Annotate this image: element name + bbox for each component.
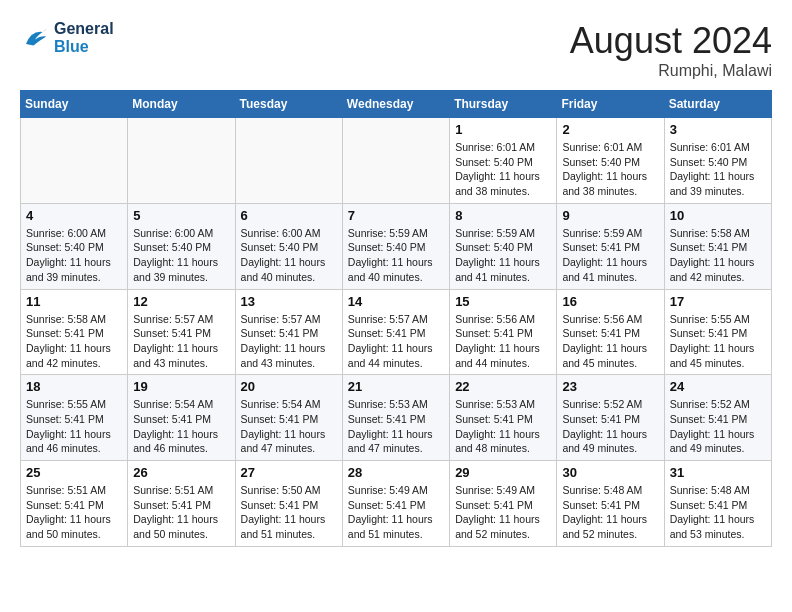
calendar-week-row: 4Sunrise: 6:00 AM Sunset: 5:40 PM Daylig…	[21, 203, 772, 289]
logo-text-line2: Blue	[54, 38, 114, 56]
day-info: Sunrise: 5:54 AM Sunset: 5:41 PM Dayligh…	[133, 397, 229, 456]
logo: General Blue	[20, 20, 114, 56]
day-info: Sunrise: 6:01 AM Sunset: 5:40 PM Dayligh…	[670, 140, 766, 199]
calendar-cell: 11Sunrise: 5:58 AM Sunset: 5:41 PM Dayli…	[21, 289, 128, 375]
day-number: 29	[455, 465, 551, 480]
calendar-cell: 10Sunrise: 5:58 AM Sunset: 5:41 PM Dayli…	[664, 203, 771, 289]
calendar-cell: 4Sunrise: 6:00 AM Sunset: 5:40 PM Daylig…	[21, 203, 128, 289]
day-info: Sunrise: 5:51 AM Sunset: 5:41 PM Dayligh…	[133, 483, 229, 542]
day-number: 9	[562, 208, 658, 223]
day-number: 11	[26, 294, 122, 309]
col-tuesday: Tuesday	[235, 91, 342, 118]
logo-text-line1: General	[54, 20, 114, 38]
logo-icon	[20, 23, 50, 53]
col-sunday: Sunday	[21, 91, 128, 118]
day-number: 28	[348, 465, 444, 480]
day-info: Sunrise: 5:57 AM Sunset: 5:41 PM Dayligh…	[241, 312, 337, 371]
calendar-cell: 20Sunrise: 5:54 AM Sunset: 5:41 PM Dayli…	[235, 375, 342, 461]
day-info: Sunrise: 5:48 AM Sunset: 5:41 PM Dayligh…	[562, 483, 658, 542]
calendar-week-row: 1Sunrise: 6:01 AM Sunset: 5:40 PM Daylig…	[21, 118, 772, 204]
day-info: Sunrise: 5:52 AM Sunset: 5:41 PM Dayligh…	[670, 397, 766, 456]
day-info: Sunrise: 5:49 AM Sunset: 5:41 PM Dayligh…	[348, 483, 444, 542]
day-number: 2	[562, 122, 658, 137]
day-number: 5	[133, 208, 229, 223]
day-info: Sunrise: 5:52 AM Sunset: 5:41 PM Dayligh…	[562, 397, 658, 456]
day-info: Sunrise: 5:55 AM Sunset: 5:41 PM Dayligh…	[670, 312, 766, 371]
day-info: Sunrise: 5:48 AM Sunset: 5:41 PM Dayligh…	[670, 483, 766, 542]
day-number: 14	[348, 294, 444, 309]
days-of-week-row: Sunday Monday Tuesday Wednesday Thursday…	[21, 91, 772, 118]
calendar-week-row: 18Sunrise: 5:55 AM Sunset: 5:41 PM Dayli…	[21, 375, 772, 461]
calendar-cell: 1Sunrise: 6:01 AM Sunset: 5:40 PM Daylig…	[450, 118, 557, 204]
day-info: Sunrise: 5:53 AM Sunset: 5:41 PM Dayligh…	[348, 397, 444, 456]
day-number: 20	[241, 379, 337, 394]
day-info: Sunrise: 5:53 AM Sunset: 5:41 PM Dayligh…	[455, 397, 551, 456]
calendar-cell	[128, 118, 235, 204]
location-subtitle: Rumphi, Malawi	[570, 62, 772, 80]
calendar-cell: 9Sunrise: 5:59 AM Sunset: 5:41 PM Daylig…	[557, 203, 664, 289]
day-number: 6	[241, 208, 337, 223]
calendar-cell: 12Sunrise: 5:57 AM Sunset: 5:41 PM Dayli…	[128, 289, 235, 375]
day-info: Sunrise: 5:57 AM Sunset: 5:41 PM Dayligh…	[133, 312, 229, 371]
day-info: Sunrise: 5:57 AM Sunset: 5:41 PM Dayligh…	[348, 312, 444, 371]
calendar-cell: 13Sunrise: 5:57 AM Sunset: 5:41 PM Dayli…	[235, 289, 342, 375]
calendar-cell: 2Sunrise: 6:01 AM Sunset: 5:40 PM Daylig…	[557, 118, 664, 204]
calendar-cell: 6Sunrise: 6:00 AM Sunset: 5:40 PM Daylig…	[235, 203, 342, 289]
calendar-cell: 28Sunrise: 5:49 AM Sunset: 5:41 PM Dayli…	[342, 461, 449, 547]
calendar-cell: 8Sunrise: 5:59 AM Sunset: 5:40 PM Daylig…	[450, 203, 557, 289]
calendar-cell: 24Sunrise: 5:52 AM Sunset: 5:41 PM Dayli…	[664, 375, 771, 461]
day-number: 27	[241, 465, 337, 480]
day-info: Sunrise: 6:01 AM Sunset: 5:40 PM Dayligh…	[562, 140, 658, 199]
day-info: Sunrise: 5:56 AM Sunset: 5:41 PM Dayligh…	[455, 312, 551, 371]
calendar-cell: 26Sunrise: 5:51 AM Sunset: 5:41 PM Dayli…	[128, 461, 235, 547]
calendar-table: Sunday Monday Tuesday Wednesday Thursday…	[20, 90, 772, 547]
day-number: 12	[133, 294, 229, 309]
calendar-cell	[21, 118, 128, 204]
calendar-cell: 7Sunrise: 5:59 AM Sunset: 5:40 PM Daylig…	[342, 203, 449, 289]
calendar-cell	[235, 118, 342, 204]
day-number: 3	[670, 122, 766, 137]
day-number: 7	[348, 208, 444, 223]
calendar-week-row: 11Sunrise: 5:58 AM Sunset: 5:41 PM Dayli…	[21, 289, 772, 375]
calendar-body: 1Sunrise: 6:01 AM Sunset: 5:40 PM Daylig…	[21, 118, 772, 547]
day-info: Sunrise: 6:01 AM Sunset: 5:40 PM Dayligh…	[455, 140, 551, 199]
col-friday: Friday	[557, 91, 664, 118]
col-saturday: Saturday	[664, 91, 771, 118]
calendar-cell: 5Sunrise: 6:00 AM Sunset: 5:40 PM Daylig…	[128, 203, 235, 289]
day-info: Sunrise: 5:58 AM Sunset: 5:41 PM Dayligh…	[670, 226, 766, 285]
calendar-cell: 21Sunrise: 5:53 AM Sunset: 5:41 PM Dayli…	[342, 375, 449, 461]
day-number: 10	[670, 208, 766, 223]
calendar-cell: 18Sunrise: 5:55 AM Sunset: 5:41 PM Dayli…	[21, 375, 128, 461]
month-year-title: August 2024	[570, 20, 772, 62]
day-number: 8	[455, 208, 551, 223]
calendar-cell: 19Sunrise: 5:54 AM Sunset: 5:41 PM Dayli…	[128, 375, 235, 461]
calendar-cell: 31Sunrise: 5:48 AM Sunset: 5:41 PM Dayli…	[664, 461, 771, 547]
title-block: August 2024 Rumphi, Malawi	[570, 20, 772, 80]
calendar-cell: 16Sunrise: 5:56 AM Sunset: 5:41 PM Dayli…	[557, 289, 664, 375]
calendar-cell: 23Sunrise: 5:52 AM Sunset: 5:41 PM Dayli…	[557, 375, 664, 461]
day-number: 30	[562, 465, 658, 480]
day-number: 16	[562, 294, 658, 309]
day-number: 22	[455, 379, 551, 394]
day-number: 1	[455, 122, 551, 137]
day-number: 17	[670, 294, 766, 309]
calendar-cell: 3Sunrise: 6:01 AM Sunset: 5:40 PM Daylig…	[664, 118, 771, 204]
day-info: Sunrise: 5:59 AM Sunset: 5:41 PM Dayligh…	[562, 226, 658, 285]
day-info: Sunrise: 5:59 AM Sunset: 5:40 PM Dayligh…	[348, 226, 444, 285]
col-thursday: Thursday	[450, 91, 557, 118]
calendar-cell: 27Sunrise: 5:50 AM Sunset: 5:41 PM Dayli…	[235, 461, 342, 547]
day-info: Sunrise: 6:00 AM Sunset: 5:40 PM Dayligh…	[133, 226, 229, 285]
calendar-cell: 25Sunrise: 5:51 AM Sunset: 5:41 PM Dayli…	[21, 461, 128, 547]
day-info: Sunrise: 5:50 AM Sunset: 5:41 PM Dayligh…	[241, 483, 337, 542]
day-info: Sunrise: 5:58 AM Sunset: 5:41 PM Dayligh…	[26, 312, 122, 371]
day-number: 19	[133, 379, 229, 394]
calendar-cell: 30Sunrise: 5:48 AM Sunset: 5:41 PM Dayli…	[557, 461, 664, 547]
day-number: 24	[670, 379, 766, 394]
day-info: Sunrise: 5:59 AM Sunset: 5:40 PM Dayligh…	[455, 226, 551, 285]
page-header: General Blue August 2024 Rumphi, Malawi	[20, 20, 772, 80]
day-number: 21	[348, 379, 444, 394]
day-info: Sunrise: 5:55 AM Sunset: 5:41 PM Dayligh…	[26, 397, 122, 456]
day-number: 23	[562, 379, 658, 394]
calendar-header: Sunday Monday Tuesday Wednesday Thursday…	[21, 91, 772, 118]
day-number: 31	[670, 465, 766, 480]
